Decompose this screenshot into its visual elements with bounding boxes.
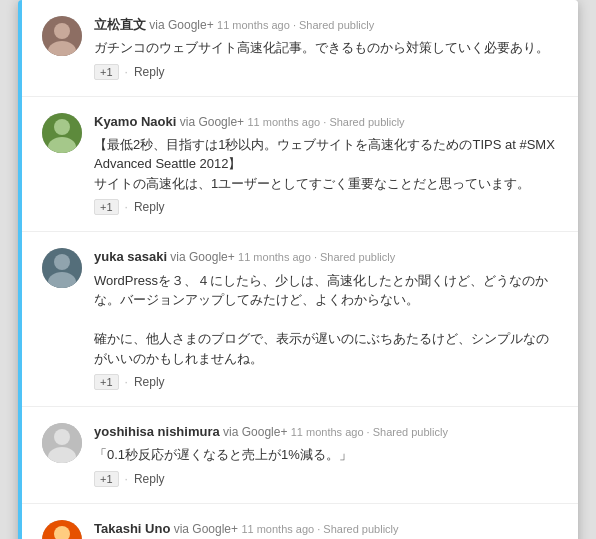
avatar: [42, 113, 82, 153]
comment-shared: Shared publicly: [373, 426, 448, 438]
svg-point-1: [54, 23, 70, 39]
comment-body: yuka sasaki via Google+ 11 months ago · …: [94, 248, 558, 390]
avatar: [42, 423, 82, 463]
comment-actions: +1·Reply: [94, 64, 558, 80]
comment-meta: yuka sasaki via Google+ 11 months ago · …: [94, 248, 558, 266]
comment-meta: Takashi Uno via Google+ 11 months ago · …: [94, 520, 558, 538]
plus-one-button[interactable]: +1: [94, 471, 119, 487]
comment-time: 11 months ago ·: [238, 251, 320, 263]
comment-author: 立松直文: [94, 17, 146, 32]
comment-item: Takashi Uno via Google+ 11 months ago · …: [22, 504, 578, 539]
reply-button[interactable]: Reply: [134, 200, 165, 214]
comment-actions: +1·Reply: [94, 471, 558, 487]
comment-text: ガチンコのウェブサイト高速化記事。できるものから対策していく必要あり。: [94, 38, 558, 58]
reply-button[interactable]: Reply: [134, 65, 165, 79]
comment-via: via Google+: [170, 522, 241, 536]
comment-body: Takashi Uno via Google+ 11 months ago · …: [94, 520, 558, 539]
comment-time: 11 months ago ·: [247, 116, 329, 128]
comment-body: yoshihisa nishimura via Google+ 11 month…: [94, 423, 558, 487]
avatar: [42, 520, 82, 539]
comment-actions: +1·Reply: [94, 374, 558, 390]
comment-shared: Shared publicly: [299, 19, 374, 31]
comment-shared: Shared publicly: [329, 116, 404, 128]
comment-meta: Kyamo Naoki via Google+ 11 months ago · …: [94, 113, 558, 131]
reply-button[interactable]: Reply: [134, 472, 165, 486]
comment-time: 11 months ago ·: [241, 523, 323, 535]
avatar: [42, 16, 82, 56]
comment-time: 11 months ago ·: [291, 426, 373, 438]
comment-meta: yoshihisa nishimura via Google+ 11 month…: [94, 423, 558, 441]
comment-via: via Google+: [176, 115, 247, 129]
comment-text: 【最低2秒、目指すは1秒以内。ウェブサイトを高速化するためのTIPS at #S…: [94, 135, 558, 194]
comment-text: WordPressを３、４にしたら、少しは、高速化したとか聞くけど、どうなのかな…: [94, 271, 558, 369]
comment-item: Kyamo Naoki via Google+ 11 months ago · …: [22, 97, 578, 233]
comment-shared: Shared publicly: [320, 251, 395, 263]
comment-item: yoshihisa nishimura via Google+ 11 month…: [22, 407, 578, 504]
comment-author: Takashi Uno: [94, 521, 170, 536]
svg-point-7: [54, 254, 70, 270]
comment-item: 立松直文 via Google+ 11 months ago · Shared …: [22, 0, 578, 97]
svg-point-4: [54, 119, 70, 135]
comment-via: via Google+: [167, 250, 238, 264]
avatar: [42, 248, 82, 288]
comments-window: 立松直文 via Google+ 11 months ago · Shared …: [18, 0, 578, 539]
plus-one-button[interactable]: +1: [94, 374, 119, 390]
comment-author: Kyamo Naoki: [94, 114, 176, 129]
comment-text: 「0.1秒反応が遅くなると売上が1%減る。」: [94, 445, 558, 465]
comment-via: via Google+: [220, 425, 291, 439]
action-separator: ·: [125, 65, 128, 79]
action-separator: ·: [125, 200, 128, 214]
comment-author: yoshihisa nishimura: [94, 424, 220, 439]
comment-author: yuka sasaki: [94, 249, 167, 264]
comment-item: yuka sasaki via Google+ 11 months ago · …: [22, 232, 578, 407]
comment-shared: Shared publicly: [323, 523, 398, 535]
comment-body: 立松直文 via Google+ 11 months ago · Shared …: [94, 16, 558, 80]
comment-actions: +1·Reply: [94, 199, 558, 215]
comment-via: via Google+: [146, 18, 217, 32]
comments-list: 立松直文 via Google+ 11 months ago · Shared …: [22, 0, 578, 539]
comment-body: Kyamo Naoki via Google+ 11 months ago · …: [94, 113, 558, 216]
comment-time: 11 months ago ·: [217, 19, 299, 31]
svg-point-10: [54, 429, 70, 445]
action-separator: ·: [125, 375, 128, 389]
comment-meta: 立松直文 via Google+ 11 months ago · Shared …: [94, 16, 558, 34]
action-separator: ·: [125, 472, 128, 486]
reply-button[interactable]: Reply: [134, 375, 165, 389]
plus-one-button[interactable]: +1: [94, 199, 119, 215]
plus-one-button[interactable]: +1: [94, 64, 119, 80]
